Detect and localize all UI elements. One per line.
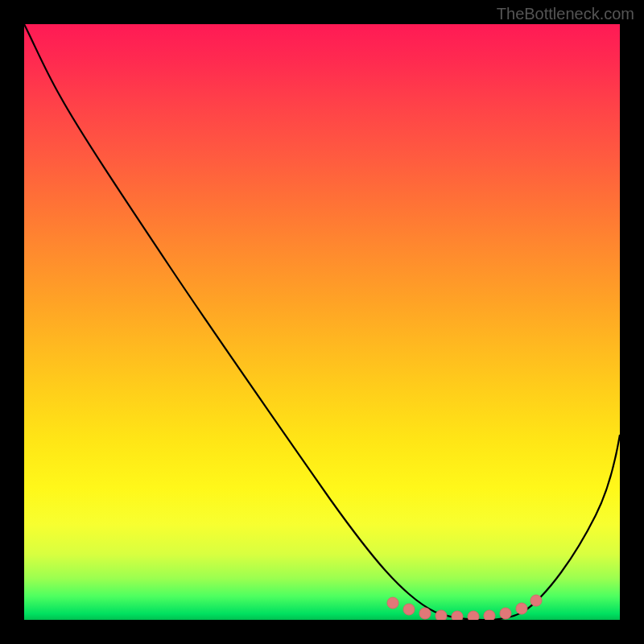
watermark-text: TheBottleneck.com: [497, 5, 634, 23]
svg-point-5: [468, 611, 479, 620]
plot-area: [24, 24, 620, 620]
chart-container: TheBottleneck.com: [0, 0, 644, 644]
svg-point-3: [436, 610, 447, 620]
bottleneck-curve: [24, 24, 620, 620]
svg-point-7: [500, 608, 511, 619]
sweet-spot-band: [387, 595, 542, 620]
curve-layer: [24, 24, 620, 620]
svg-point-2: [419, 608, 431, 619]
svg-point-1: [403, 604, 415, 615]
svg-point-9: [530, 595, 542, 606]
svg-point-0: [387, 597, 398, 609]
svg-point-8: [516, 603, 527, 614]
svg-point-6: [484, 610, 495, 620]
svg-point-4: [452, 611, 463, 620]
